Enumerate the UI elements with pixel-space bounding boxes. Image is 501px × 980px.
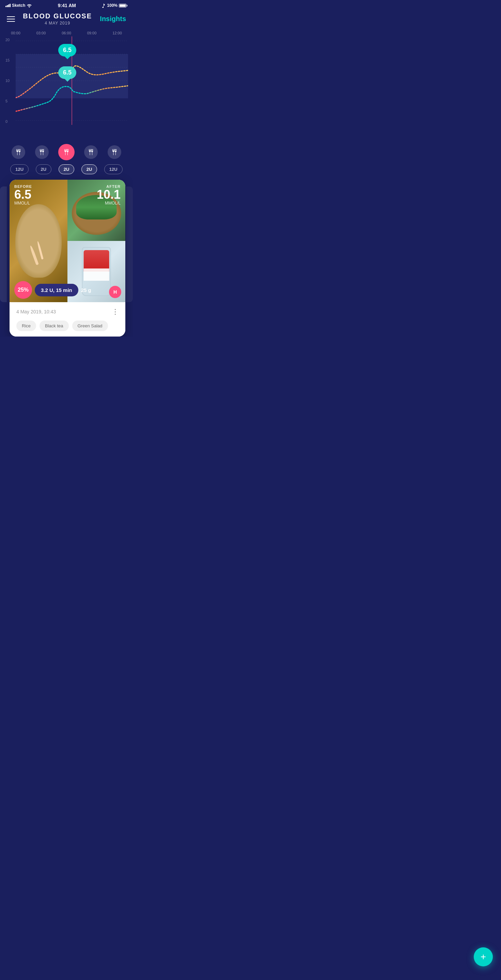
after-value: 10.1: [97, 189, 121, 201]
chart-y-axis: 20 15 10 5 0: [5, 37, 10, 125]
card-date: 4 May 2019, 10:43: [16, 309, 56, 314]
card-peek-left: [0, 186, 7, 302]
more-button[interactable]: ⋮: [112, 308, 118, 316]
fork-icon-4[interactable]: [84, 145, 98, 159]
menu-button[interactable]: [7, 16, 15, 22]
x-label-3: 09:00: [85, 31, 99, 35]
food-image-salad: AFTER 10.1 MMOL/L: [67, 180, 125, 241]
before-label-text: BEFORE: [14, 185, 32, 189]
fork-icon-5[interactable]: [108, 145, 121, 159]
status-right: 100%: [102, 3, 128, 8]
signal-icon: [5, 4, 11, 7]
status-time: 9:41 AM: [58, 3, 76, 8]
header-title-block: BLOOD GLUCOSE 4 MAY 2019: [23, 12, 92, 25]
chart-area: 20 15 10 5 0: [5, 37, 128, 125]
grams-text: 25 g: [81, 287, 91, 293]
fork-icon-1[interactable]: [11, 145, 25, 159]
tag-black-tea[interactable]: Black tea: [40, 321, 69, 331]
fork-timeline: [0, 141, 133, 163]
card-tags: Rice Black tea Green Salad: [16, 321, 118, 331]
dosage-pill-1[interactable]: 12U: [10, 164, 29, 174]
fork-icon-2[interactable]: [35, 145, 49, 159]
dosage-pill-5[interactable]: 12U: [104, 164, 123, 174]
chart-x-axis: 00:00 03:00 06:00 09:00 12:00: [5, 31, 128, 35]
cards-section: AFTER 10.1 MMOL/L H: [0, 180, 133, 337]
bluetooth-icon: [102, 3, 105, 8]
status-bar: Sketch 9:41 AM 100%: [0, 0, 133, 10]
card-info: 4 May 2019, 10:43 ⋮ Rice Black tea Green…: [10, 302, 125, 337]
card-info-header: 4 May 2019, 10:43 ⋮: [16, 308, 118, 316]
wifi-icon: [27, 3, 32, 8]
percentage-badge: 25%: [14, 281, 32, 299]
before-value: 6.5: [14, 189, 32, 201]
dosage-pill-2[interactable]: 2U: [36, 164, 52, 174]
battery-icon: [119, 4, 128, 8]
insulin-pill: 3.2 U, 15 min: [35, 284, 78, 296]
x-label-1: 03:00: [34, 31, 48, 35]
page-date: 4 MAY 2019: [23, 21, 92, 25]
x-label-4: 12:00: [110, 31, 124, 35]
dosage-pill-3[interactable]: 2U: [59, 164, 75, 174]
tooltip-upper: 6.5: [58, 44, 76, 56]
battery-percent: 100%: [107, 3, 118, 8]
card-peek-right: [126, 186, 133, 302]
meal-card: AFTER 10.1 MMOL/L H: [10, 180, 125, 337]
blood-glucose-chart: 00:00 03:00 06:00 09:00 12:00 20 15 10 5…: [0, 31, 133, 140]
insights-button[interactable]: Insights: [100, 15, 126, 23]
dosage-pill-4[interactable]: 2U: [81, 164, 97, 174]
after-unit: MMOL/L: [97, 201, 121, 205]
food-images-grid: AFTER 10.1 MMOL/L H: [10, 180, 125, 302]
y-label-15: 15: [5, 58, 10, 62]
x-label-2: 06:00: [60, 31, 73, 35]
y-label-5: 5: [5, 99, 10, 103]
app-header: BLOOD GLUCOSE 4 MAY 2019 Insights: [0, 10, 133, 31]
tooltip-lower: 6.5: [58, 66, 76, 79]
carrier-label: Sketch: [12, 3, 25, 8]
y-label-10: 10: [5, 79, 10, 83]
after-label-block: AFTER 10.1 MMOL/L: [97, 185, 121, 205]
y-label-20: 20: [5, 38, 10, 42]
before-label-block: BEFORE 6.5 MMOL/L: [14, 185, 32, 205]
after-label-text: AFTER: [97, 185, 121, 189]
fork-icon-active[interactable]: [58, 144, 75, 160]
status-left: Sketch: [5, 3, 32, 8]
tag-green-salad[interactable]: Green Salad: [72, 321, 108, 331]
page-title: BLOOD GLUCOSE: [23, 12, 92, 20]
food-bottom-bar: 25% 3.2 U, 15 min 25 g: [10, 278, 125, 302]
tag-rice[interactable]: Rice: [16, 321, 36, 331]
before-unit: MMOL/L: [14, 201, 32, 205]
y-label-0: 0: [5, 119, 10, 124]
x-label-0: 00:00: [9, 31, 22, 35]
dosage-timeline: 12U 2U 2U 2U 12U: [0, 163, 133, 180]
